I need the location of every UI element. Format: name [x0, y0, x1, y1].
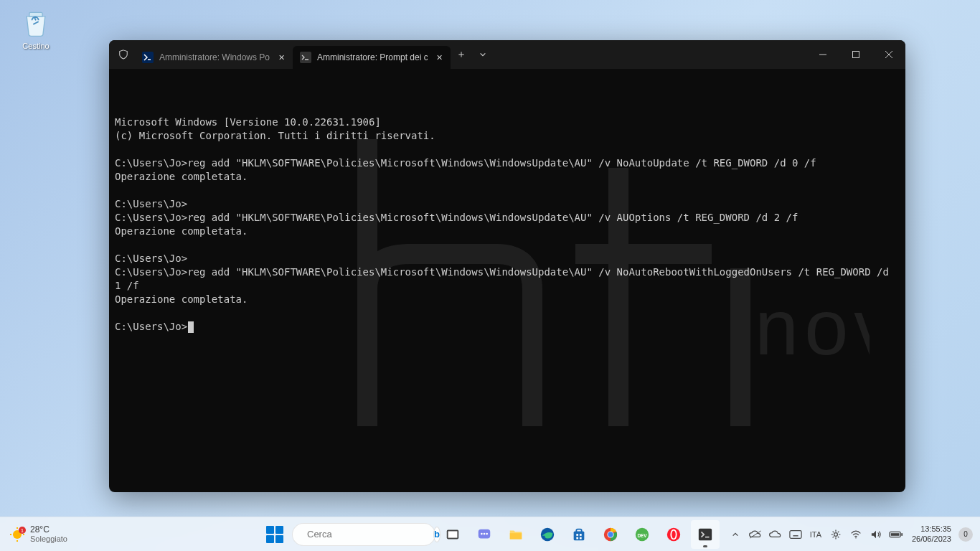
svg-rect-1 [300, 52, 311, 63]
tab-cmd[interactable]: Amministratore: Prompt dei c ✕ [293, 46, 451, 69]
battery-icon[interactable] [887, 524, 905, 545]
chat-button[interactable] [470, 520, 499, 549]
onedrive-icon[interactable] [747, 524, 764, 545]
search-input[interactable] [307, 529, 428, 540]
taskbar-search[interactable]: b [292, 523, 435, 546]
minimize-button[interactable] [806, 40, 839, 69]
wifi-icon[interactable] [847, 524, 864, 545]
tab-label: Amministratore: Prompt dei c [317, 52, 428, 62]
maximize-button[interactable] [839, 40, 872, 69]
svg-text:1: 1 [21, 528, 24, 533]
chrome-button[interactable] [596, 520, 625, 549]
tray-overflow-button[interactable] [727, 524, 744, 545]
start-button[interactable] [260, 520, 289, 549]
svg-rect-38 [790, 530, 801, 538]
opera-button[interactable] [659, 520, 688, 549]
svg-text:DEV: DEV [637, 532, 647, 537]
tab-close-button[interactable]: ✕ [433, 52, 445, 63]
svg-rect-15 [448, 531, 458, 537]
svg-point-19 [486, 532, 488, 534]
notification-button[interactable]: 0 [958, 527, 973, 542]
edge-button[interactable] [533, 520, 562, 549]
taskbar-date: 26/06/2023 [912, 534, 951, 544]
terminal-output[interactable]: novo Microsoft Windows [Versione 10.0.22… [109, 69, 905, 492]
svg-rect-47 [891, 533, 900, 536]
tab-dropdown-button[interactable] [472, 44, 494, 65]
desktop-icon-label: Cestino [13, 42, 59, 50]
admin-shield-icon [118, 49, 129, 60]
svg-point-18 [484, 532, 486, 534]
svg-rect-36 [699, 528, 712, 540]
terminal-taskbar-button[interactable] [691, 520, 720, 549]
svg-rect-3 [853, 52, 859, 58]
svg-rect-26 [576, 537, 578, 539]
svg-rect-46 [901, 533, 903, 536]
desktop-icon-recycle-bin[interactable]: Cestino [13, 7, 59, 50]
svg-point-43 [834, 532, 838, 536]
powershell-icon [142, 52, 154, 63]
svg-point-44 [855, 537, 857, 539]
svg-point-35 [672, 530, 676, 538]
close-button[interactable] [872, 40, 905, 69]
svg-point-17 [481, 532, 483, 534]
svg-rect-27 [580, 537, 582, 539]
onedrive-icon-2[interactable] [767, 524, 784, 545]
titlebar[interactable]: Amministratore: Windows Pow ✕ Amministra… [109, 40, 905, 69]
taskbar: 1 28°C Soleggiato b [0, 517, 980, 551]
keyboard-icon[interactable] [787, 524, 804, 545]
cmd-icon [300, 52, 311, 63]
windows-icon [266, 526, 283, 543]
file-explorer-button[interactable] [501, 520, 530, 549]
svg-rect-20 [510, 533, 522, 539]
store-button[interactable] [565, 520, 593, 549]
weather-condition: Soleggiato [30, 534, 67, 543]
taskbar-datetime[interactable]: 13:55:35 26/06/2023 [908, 524, 956, 543]
svg-rect-23 [576, 529, 581, 532]
taskbar-weather[interactable]: 1 28°C Soleggiato [9, 525, 67, 543]
svg-rect-25 [580, 534, 582, 536]
new-tab-button[interactable]: ＋ [451, 44, 472, 65]
weather-temp: 28°C [30, 525, 67, 534]
task-view-button[interactable] [438, 520, 467, 549]
svg-point-30 [608, 532, 613, 537]
tab-powershell[interactable]: Amministratore: Windows Pow ✕ [135, 46, 293, 69]
terminal-window: Amministratore: Windows Pow ✕ Amministra… [109, 40, 905, 492]
edge-dev-button[interactable]: DEV [628, 520, 656, 549]
tab-label: Amministratore: Windows Pow [159, 52, 270, 62]
volume-icon[interactable] [867, 524, 885, 545]
taskbar-time: 13:55:35 [912, 524, 951, 534]
recycle-bin-icon [20, 7, 52, 39]
svg-rect-24 [576, 534, 578, 536]
weather-sunny-icon: 1 [9, 526, 26, 543]
tab-close-button[interactable]: ✕ [275, 52, 287, 63]
settings-icon[interactable] [827, 524, 844, 545]
language-indicator[interactable]: ITA [807, 524, 824, 545]
